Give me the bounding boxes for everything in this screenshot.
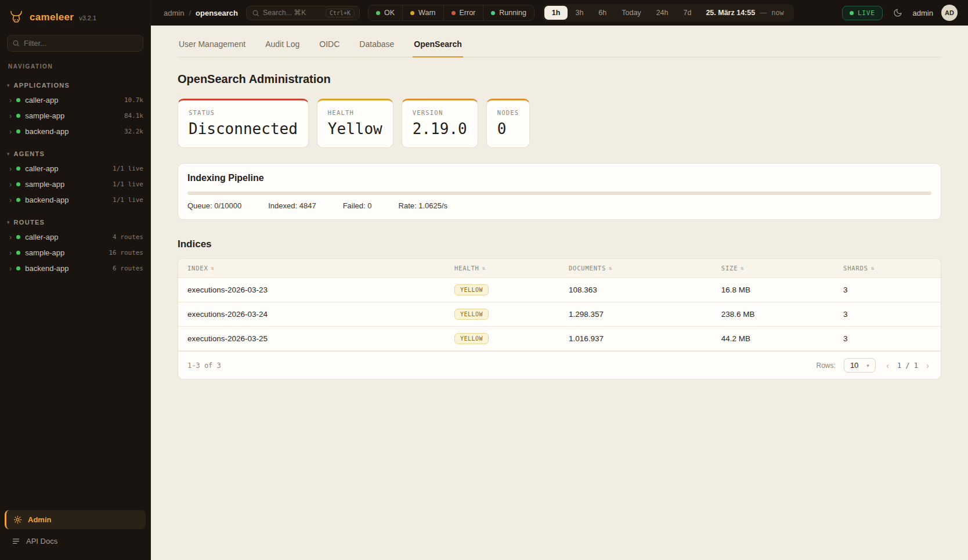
filter-running-button[interactable]: Running bbox=[483, 5, 534, 20]
sort-icon: ⇅ bbox=[741, 265, 744, 271]
card-label: HEALTH bbox=[328, 109, 382, 116]
column-header-size[interactable]: SIZE ⇅ bbox=[712, 259, 834, 277]
sidebar-item-route-sample[interactable]: › sample-app 16 routes bbox=[0, 245, 150, 261]
sidebar-item-agent-backend[interactable]: › backend-app 1/1 live bbox=[0, 192, 150, 208]
cell-size: 238.6 MB bbox=[712, 304, 834, 325]
date-to: now bbox=[771, 9, 784, 17]
time-range-6h[interactable]: 6h bbox=[591, 6, 614, 20]
cell-documents: 108.363 bbox=[559, 279, 712, 301]
breadcrumb-admin[interactable]: admin bbox=[164, 9, 184, 17]
pipeline-title: Indexing Pipeline bbox=[187, 173, 931, 183]
breadcrumb: admin / opensearch bbox=[164, 9, 238, 17]
cell-index: executions-2026-03-24 bbox=[178, 304, 445, 325]
nav-section-applications: ▾ APPLICATIONS › caller-app 10.7k › samp… bbox=[0, 71, 150, 139]
tab-user-management[interactable]: User Management bbox=[178, 32, 247, 57]
avatar[interactable]: AD bbox=[941, 5, 958, 21]
chevron-right-icon: › bbox=[9, 249, 12, 256]
caret-down-icon: ▾ bbox=[7, 151, 10, 157]
section-header-routes[interactable]: ▾ ROUTES bbox=[0, 215, 150, 229]
rows-per-page-select[interactable]: 10 ▾ bbox=[844, 358, 876, 373]
table-row[interactable]: executions-2026-03-24 YELLOW 1.298.357 2… bbox=[178, 302, 941, 327]
card-label: VERSION bbox=[413, 109, 467, 116]
sidebar-item-route-caller[interactable]: › caller-app 4 routes bbox=[0, 229, 150, 245]
time-range-3h[interactable]: 3h bbox=[568, 6, 591, 20]
status-dot bbox=[16, 235, 20, 239]
search-input[interactable] bbox=[263, 9, 322, 17]
sort-icon: ⇅ bbox=[871, 265, 875, 271]
nav-section-agents: ▾ AGENTS › caller-app 1/1 live › sample-… bbox=[0, 139, 150, 208]
pipeline-indexed: Indexed: 4847 bbox=[268, 201, 316, 210]
cell-documents: 1.298.357 bbox=[559, 304, 712, 325]
section-header-applications[interactable]: ▾ APPLICATIONS bbox=[0, 78, 150, 92]
cell-health: YELLOW bbox=[445, 302, 559, 326]
sidebar-filter bbox=[7, 35, 143, 52]
section-label: ROUTES bbox=[14, 219, 45, 226]
column-header-documents[interactable]: DOCUMENTS ⇅ bbox=[559, 259, 712, 277]
tab-oidc[interactable]: OIDC bbox=[318, 32, 341, 57]
table-row[interactable]: executions-2026-03-23 YELLOW 108.363 16.… bbox=[178, 278, 941, 302]
status-card: STATUS Disconnected bbox=[178, 99, 309, 148]
next-page-button[interactable]: › bbox=[924, 359, 931, 371]
app-name: cameleer bbox=[30, 12, 74, 23]
status-dot bbox=[16, 114, 20, 118]
section-header-agents[interactable]: ▾ AGENTS bbox=[0, 147, 150, 161]
pipeline-stats: Queue: 0/10000 Indexed: 4847 Failed: 0 R… bbox=[187, 201, 931, 210]
header-right-cluster: LIVE admin AD bbox=[842, 5, 958, 21]
filter-warn-button[interactable]: Warn bbox=[403, 5, 443, 20]
live-badge: 1/1 live bbox=[113, 180, 143, 188]
time-range-24h[interactable]: 24h bbox=[649, 6, 676, 20]
prev-page-button[interactable]: ‹ bbox=[884, 359, 891, 371]
status-dot bbox=[16, 198, 20, 202]
global-search[interactable]: Ctrl+K bbox=[246, 6, 360, 20]
row-range: 1-3 of 3 bbox=[187, 362, 221, 370]
app-version: v3.2.1 bbox=[79, 15, 96, 21]
chevron-right-icon: › bbox=[9, 112, 12, 120]
caret-down-icon: ▾ bbox=[7, 82, 10, 88]
sidebar: cameleer v3.2.1 NAVIGATION ▾ APPLICATION… bbox=[0, 0, 151, 560]
live-toggle[interactable]: LIVE bbox=[842, 6, 883, 20]
filter-input[interactable] bbox=[7, 35, 143, 52]
sidebar-item-app-sample[interactable]: › sample-app 84.1k bbox=[0, 108, 150, 124]
filter-ok-button[interactable]: OK bbox=[369, 5, 403, 20]
time-range-1h[interactable]: 1h bbox=[544, 6, 568, 20]
sidebar-item-label: API Docs bbox=[26, 537, 57, 545]
column-header-health[interactable]: HEALTH ⇅ bbox=[445, 259, 559, 277]
filter-error-button[interactable]: Error bbox=[444, 5, 484, 20]
table-footer-right: Rows: 10 ▾ ‹ 1 / 1 › bbox=[817, 358, 931, 373]
sidebar-item-agent-sample[interactable]: › sample-app 1/1 live bbox=[0, 176, 150, 192]
table-header-row: INDEX ⇅ HEALTH ⇅ DOCUMENTS ⇅ SIZE ⇅ bbox=[178, 259, 941, 278]
sidebar-item-app-backend[interactable]: › backend-app 32.2k bbox=[0, 124, 150, 139]
column-header-shards[interactable]: SHARDS ⇅ bbox=[834, 259, 941, 277]
indices-title: Indices bbox=[178, 239, 941, 250]
time-range-display[interactable]: 25. März 14:55 — now bbox=[699, 9, 792, 17]
cell-shards: 3 bbox=[834, 279, 941, 301]
sort-icon: ⇅ bbox=[482, 265, 486, 271]
chevron-right-icon: › bbox=[9, 233, 12, 241]
table-row[interactable]: executions-2026-03-25 YELLOW 1.016.937 4… bbox=[178, 327, 941, 351]
section-label: APPLICATIONS bbox=[14, 82, 70, 89]
column-header-index[interactable]: INDEX ⇅ bbox=[178, 259, 445, 277]
breadcrumb-separator: / bbox=[189, 9, 191, 17]
status-dot bbox=[16, 167, 20, 171]
time-range-7d[interactable]: 7d bbox=[676, 6, 699, 20]
chevron-right-icon: › bbox=[9, 180, 12, 188]
tab-opensearch[interactable]: OpenSearch bbox=[413, 32, 463, 57]
cell-index: executions-2026-03-25 bbox=[178, 328, 445, 349]
indices-table: INDEX ⇅ HEALTH ⇅ DOCUMENTS ⇅ SIZE ⇅ bbox=[178, 258, 941, 380]
breadcrumb-opensearch: opensearch bbox=[196, 9, 238, 17]
sidebar-item-app-caller[interactable]: › caller-app 10.7k bbox=[0, 92, 150, 108]
gear-icon bbox=[13, 515, 22, 524]
card-value: Disconnected bbox=[189, 120, 298, 138]
sidebar-item-api-docs[interactable]: API Docs bbox=[5, 532, 146, 551]
tab-database[interactable]: Database bbox=[358, 32, 395, 57]
sidebar-item-admin[interactable]: Admin bbox=[5, 510, 146, 529]
sidebar-item-route-backend[interactable]: › backend-app 6 routes bbox=[0, 261, 150, 276]
search-icon bbox=[252, 9, 259, 17]
sidebar-item-agent-caller[interactable]: › caller-app 1/1 live bbox=[0, 161, 150, 176]
time-range-today[interactable]: Today bbox=[614, 6, 648, 20]
dark-mode-toggle[interactable] bbox=[891, 6, 905, 20]
cell-size: 16.8 MB bbox=[712, 279, 834, 301]
status-dot bbox=[16, 98, 20, 102]
cameleer-logo-icon bbox=[8, 9, 24, 26]
tab-audit-log[interactable]: Audit Log bbox=[264, 32, 301, 57]
